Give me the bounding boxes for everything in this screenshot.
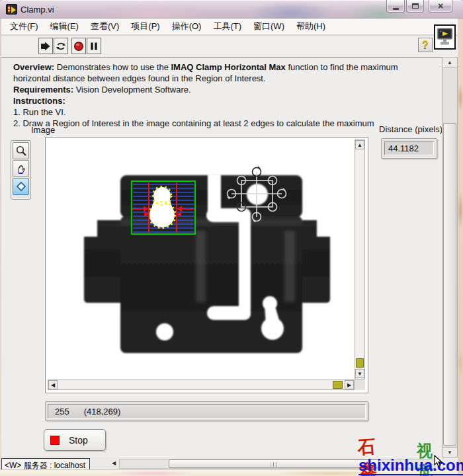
menu-item-edit[interactable]: 编辑(E) — [44, 19, 85, 34]
image-tool-palette — [11, 140, 31, 200]
roi-tool-button[interactable] — [13, 178, 29, 195]
menu-item-file[interactable]: 文件(F) — [4, 19, 44, 34]
run-button[interactable] — [38, 38, 53, 54]
vi-file-icon — [6, 4, 17, 15]
image-hscroll-thumb[interactable] — [333, 381, 343, 389]
abort-button[interactable] — [71, 38, 86, 54]
roi-diamond-icon — [15, 180, 27, 192]
magnifier-icon — [15, 145, 27, 157]
menu-item-view[interactable]: 查看(V) — [85, 19, 125, 34]
pixel-info-bar: 255 (418,269) — [45, 401, 368, 421]
menu-item-window[interactable]: 窗口(W) — [247, 19, 290, 34]
panel-vertical-scrollbar[interactable]: ▲ ▼ — [442, 57, 458, 457]
window-bottom-border — [0, 469, 458, 476]
image-horizontal-scrollbar[interactable]: ◀ ▶ — [48, 379, 355, 390]
stop-button[interactable]: Stop — [44, 429, 106, 451]
minimize-icon — [393, 8, 399, 10]
continuous-run-icon — [56, 41, 66, 52]
pause-icon — [89, 41, 99, 52]
vi-icon-panel[interactable] — [434, 24, 456, 50]
status-bar: <W> 服务器 : localhost ◀ ▶ — [1, 457, 458, 469]
distance-label: Distance (pixels) — [379, 124, 442, 134]
menu-bar: 文件(F) 编辑(E) 查看(V) 项目(P) 操作(O) 工具(T) 窗口(W… — [1, 19, 458, 35]
labview-vi-window: Clamp.vi × 文件(F) 编辑(E) 查看(V) 项目(P) 操作(O)… — [0, 0, 463, 476]
menu-item-tools[interactable]: 工具(T) — [207, 19, 247, 34]
image-scroll-down-button[interactable]: ▼ — [355, 369, 364, 378]
stop-square-icon — [50, 436, 60, 445]
context-help-button[interactable]: ? — [418, 38, 433, 52]
abort-stop-icon — [73, 41, 84, 52]
distance-value: 44.1182 — [384, 141, 434, 155]
monitor-run-icon — [436, 27, 454, 47]
zoom-tool-button[interactable] — [13, 142, 29, 159]
panel-scroll-down-button[interactable]: ▼ — [442, 447, 457, 457]
image-vscroll-thumb[interactable] — [356, 358, 364, 368]
run-arrow-icon — [40, 41, 51, 52]
image-scroll-up-button[interactable]: ▲ — [355, 140, 364, 149]
distance-indicator: 44.1182 — [381, 138, 437, 159]
pause-button[interactable] — [87, 38, 101, 54]
panel-scroll-up-button[interactable]: ▲ — [442, 58, 457, 67]
requirements-heading: Requirements: — [13, 85, 73, 95]
window-title: Clamp.vi — [21, 5, 54, 15]
front-panel: Overview: Demonstrates how to use the IM… — [1, 58, 458, 457]
menu-item-operate[interactable]: 操作(O) — [166, 19, 208, 34]
maximize-button[interactable] — [406, 0, 424, 13]
menu-item-project[interactable]: 项目(P) — [125, 19, 165, 34]
pan-tool-button[interactable] — [13, 160, 29, 177]
panel-scroll-left-button[interactable]: ◀ — [109, 459, 118, 468]
run-continuous-button[interactable] — [54, 38, 68, 54]
clamp-part-image — [48, 139, 355, 379]
minimize-button[interactable] — [386, 0, 405, 13]
vi-toolbar: ? — [1, 36, 458, 58]
panel-horizontal-scrollbar[interactable] — [119, 459, 435, 469]
overview-text: Overview: Demonstrates how to use the IM… — [13, 61, 437, 129]
menu-item-help[interactable]: 帮助(H) — [290, 19, 331, 34]
overview-heading: Overview: — [13, 62, 54, 72]
maximize-icon — [412, 3, 419, 9]
instructions-heading: Instructions: — [13, 96, 65, 106]
pixel-coordinates: (418,269) — [84, 407, 121, 416]
image-vertical-scrollbar[interactable]: ▲ ▼ — [355, 139, 365, 379]
image-scroll-right-button[interactable]: ▶ — [345, 380, 354, 389]
pixel-value: 255 — [55, 407, 69, 416]
panel-vscroll-thumb[interactable] — [443, 123, 456, 446]
image-scrollbar-corner — [355, 379, 365, 390]
image-display-label: Image — [31, 125, 55, 135]
image-display[interactable]: ▲ ▼ ◀ ▶ — [45, 137, 368, 393]
image-scroll-left-button[interactable]: ◀ — [48, 380, 58, 389]
hand-icon — [15, 163, 27, 175]
title-bar[interactable]: Clamp.vi × — [0, 0, 463, 19]
mouse-cursor — [434, 455, 443, 468]
image-viewport[interactable] — [48, 139, 355, 379]
panel-hscroll-thumb[interactable] — [169, 459, 379, 468]
close-icon: × — [438, 1, 443, 11]
window-right-border — [458, 19, 463, 476]
close-button[interactable]: × — [429, 0, 452, 13]
